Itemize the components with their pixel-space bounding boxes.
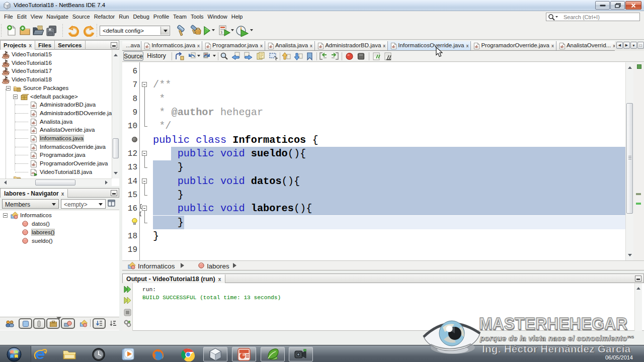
rerun-button[interactable] <box>123 285 132 294</box>
members-combobox[interactable]: Members <box>2 199 59 209</box>
panel-tab-services[interactable]: Services <box>55 41 85 50</box>
doc-tab-label[interactable]: InformaticosOverride.java <box>398 42 464 48</box>
code-line-15[interactable]: } <box>153 188 184 202</box>
tree-row-videotutorial18[interactable]: VideoTutorial18 <box>0 75 112 84</box>
toggle-highlight-search-button[interactable] <box>256 52 266 61</box>
doc-tab-label[interactable]: AnalistaOverrid... <box>567 42 611 48</box>
scrollbar-thumb[interactable] <box>626 103 633 214</box>
menu-refactor[interactable]: Refactor <box>92 12 117 22</box>
doc-tab-close-icon[interactable]: x <box>197 43 200 48</box>
scroll-tabs-right-button[interactable]: ▶ <box>623 42 630 49</box>
code-line-14[interactable]: public void datos(){ <box>153 174 300 188</box>
breadcrumb-item[interactable]: labores <box>207 262 229 270</box>
forward-button-dropdown-icon[interactable] <box>213 55 216 58</box>
redo-button[interactable] <box>83 25 95 37</box>
uncomment-button[interactable] <box>384 52 393 61</box>
tree-label[interactable]: AdministradorBDOverride.java <box>40 110 112 116</box>
menu-tools[interactable]: Tools <box>189 12 206 22</box>
class-filter-icon[interactable] <box>78 318 89 329</box>
breadcrumb-arrow-icon[interactable] <box>181 263 187 268</box>
menu-debug[interactable]: Debug <box>131 12 151 22</box>
navigator-close-icon[interactable]: x <box>61 191 64 197</box>
taskbar-camtasia[interactable] <box>289 347 313 361</box>
doc-tab-close-icon[interactable]: x <box>260 43 263 48</box>
breadcrumb-item[interactable]: Informaticos <box>138 262 175 270</box>
doc-tab-label[interactable]: Programador.java <box>212 42 258 48</box>
code-line-13[interactable]: } <box>153 160 184 174</box>
scrollbar-thumb[interactable] <box>113 138 119 158</box>
projects-close-icon[interactable]: x <box>29 43 32 48</box>
taskbar-firefox[interactable] <box>149 347 167 361</box>
projects-vertical-scrollbar[interactable] <box>112 50 119 178</box>
tree-label[interactable]: VideoTutorial16 <box>12 60 52 66</box>
doc-tab-label[interactable]: ...ava <box>126 42 140 48</box>
start-macro-recording-button[interactable] <box>345 52 354 61</box>
menu-window[interactable]: Window <box>206 12 229 22</box>
profile-project-button[interactable] <box>235 25 248 37</box>
scrollbar-thumb[interactable] <box>35 179 75 186</box>
forward-button[interactable] <box>202 52 212 61</box>
menu-source[interactable]: Source <box>70 12 92 22</box>
panel-tab-files[interactable]: Files <box>35 41 55 50</box>
tree-row-videotutorial17[interactable]: VideoTutorial17 <box>0 67 112 75</box>
code-line-7[interactable]: /** <box>153 78 172 92</box>
doc-tab-close-icon[interactable]: x <box>310 43 312 48</box>
taskbar-powerpoint[interactable] <box>232 347 256 361</box>
next-bookmark-button[interactable] <box>294 52 303 61</box>
tree-label[interactable]: Analista.java <box>40 119 72 125</box>
output-minimize-icon[interactable] <box>635 276 641 282</box>
menu-help[interactable]: Help <box>229 12 245 22</box>
previous-bookmark-button[interactable] <box>282 52 291 61</box>
code-line-12[interactable]: public void sueldo(){ <box>153 147 306 160</box>
new-project-button[interactable] <box>19 25 31 37</box>
stop-build-button[interactable] <box>123 308 132 317</box>
config-combobox[interactable]: <default config> <box>100 26 170 36</box>
filter-eraser-toggle[interactable] <box>61 318 75 329</box>
tree-label[interactable]: Source Packages <box>23 85 68 91</box>
fold-collapse-icon[interactable] <box>142 206 147 211</box>
debug-project-button[interactable]: 3 <box>218 25 230 37</box>
tree-label[interactable]: Informaticos.java <box>40 135 84 141</box>
doc-tab-programador-java[interactable]: Programador.javax <box>202 41 265 51</box>
profile-project-button-dropdown-icon[interactable] <box>250 29 253 33</box>
projects-horizontal-scrollbar[interactable] <box>0 178 112 186</box>
config-dropdown-icon[interactable] <box>160 27 169 35</box>
doc-tab-analista-java[interactable]: Analista.javax <box>265 41 315 51</box>
tree-label[interactable]: AdministradorBD.java <box>40 102 96 108</box>
code-line-9[interactable]: * @author hehegar <box>153 106 263 119</box>
tree-label[interactable]: Informaticos <box>20 212 52 218</box>
doc-tab--ava[interactable]: ...ava <box>122 41 141 51</box>
navigator-minimize-icon[interactable] <box>111 190 117 196</box>
code-line-18[interactable]: } <box>153 229 159 243</box>
tree-label[interactable]: AnalistaOverride.java <box>40 127 95 133</box>
output-vertical-scrollbar[interactable] <box>634 283 642 331</box>
tree-label[interactable]: labores() <box>32 229 54 235</box>
tree-row-videotutorial16[interactable]: VideoTutorial16 <box>0 59 112 67</box>
tree-row-sueldo-[interactable]: sueldo() <box>0 237 119 245</box>
quick-search-input[interactable]: Search (Ctrl+I) <box>546 13 640 21</box>
code-line-11[interactable]: public class Informaticos { <box>153 133 318 147</box>
maximize-editor-button[interactable]: □ <box>637 42 644 49</box>
menu-file[interactable]: File <box>2 12 15 22</box>
tree-row-datos-[interactable]: datos() <box>0 220 119 228</box>
doc-tab-close-icon[interactable]: x <box>466 43 468 48</box>
show-inherited-members-icon[interactable] <box>5 318 16 329</box>
close-button[interactable] <box>625 1 641 10</box>
scroll-down-icon[interactable] <box>628 254 632 258</box>
editor-vertical-scrollbar[interactable] <box>625 62 633 260</box>
undo-button[interactable] <box>67 25 79 37</box>
debug-project-button-dropdown-icon[interactable] <box>231 29 234 33</box>
maximize-button[interactable] <box>610 1 625 10</box>
tree-label[interactable]: VideoTutorial15 <box>12 51 52 57</box>
source-view-button[interactable]: Source <box>123 51 143 61</box>
comment-button[interactable] <box>372 52 382 61</box>
menu-profile[interactable]: Profile <box>151 12 171 22</box>
doc-tab-administradorbd-java[interactable]: AdministradorBD.javax <box>315 41 388 51</box>
panel-tab-projects[interactable]: Projectsx <box>1 41 35 50</box>
minimize-button[interactable] <box>595 1 610 10</box>
last-edit-location-button[interactable] <box>175 52 184 61</box>
doc-tab-label[interactable]: Analista.java <box>275 42 308 48</box>
doc-tab-informaticosoverride-java[interactable]: InformaticosOverride.javax <box>388 41 471 51</box>
stop-macro-recording-button[interactable] <box>356 52 366 61</box>
tree-row-source-packages[interactable]: Source Packages <box>0 84 112 93</box>
